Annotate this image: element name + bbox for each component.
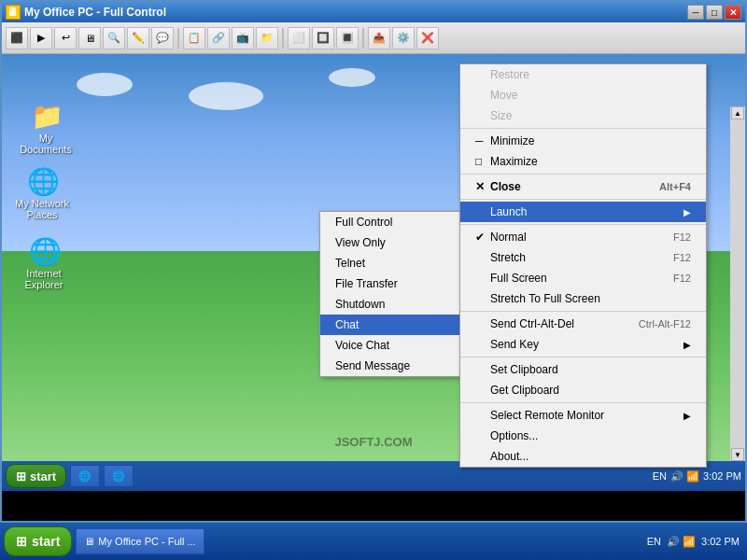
maximize-button[interactable]: □ [706, 5, 723, 20]
toolbar-btn-2[interactable]: ▶ [30, 27, 52, 49]
toolbar: ⬛ ▶ ↩ 🖥 🔍 ✏️ 💬 📋 🔗 📺 📁 ⬜ 🔲 🔳 📤 ⚙️ ❌ [2, 22, 745, 54]
os-tray-time: 3:02 PM [701, 536, 740, 547]
taskbar-ie-icon[interactable]: 🌐 [70, 465, 100, 487]
menu-item-shutdown[interactable]: Shutdown [320, 294, 463, 315]
os-taskitem-label: My Office PC - Full ... [98, 536, 195, 547]
menu-item-send-cad[interactable]: Send Ctrl-Alt-Del Ctrl-Alt-F12 [460, 314, 706, 334]
menu-item-voicechat[interactable]: Voice Chat [320, 335, 463, 356]
menu-item-stretch-fullscreen[interactable]: Stretch To Full Screen [460, 288, 706, 309]
toolbar-sep-1 [177, 28, 179, 49]
menu-item-launch[interactable]: Launch ▶ [460, 202, 706, 222]
cloud-1 [77, 73, 133, 96]
minimize-button[interactable]: ─ [687, 5, 704, 20]
menu-sep-5 [460, 311, 706, 312]
taskbar-ie2-icon[interactable]: 🌐 [104, 465, 134, 487]
network-icon: 🌐 [27, 166, 57, 196]
os-taskbar-middle: 🖥 My Office PC - Full ... [76, 528, 639, 554]
toolbar-btn-14[interactable]: 🔳 [336, 27, 359, 49]
menu-item-selectmonitor[interactable]: Select Remote Monitor ▶ [460, 405, 706, 426]
toolbar-btn-15[interactable]: 📤 [368, 27, 390, 49]
os-taskbar: ⊞ start 🖥 My Office PC - Full ... EN 🔊 📶… [0, 523, 747, 560]
menu-item-filetransfer[interactable]: File Transfer [320, 273, 463, 294]
menu-item-close[interactable]: ✕ Close Alt+F4 [460, 176, 706, 197]
menu-sep-4 [460, 224, 706, 225]
os-tray-icons: 🔊 📶 [667, 536, 696, 548]
toolbar-btn-10[interactable]: 📺 [232, 27, 254, 49]
taskbar-middle: 🌐 🌐 [70, 465, 649, 487]
toolbar-btn-12[interactable]: ⬜ [288, 27, 310, 49]
os-taskitem-icon: 🖥 [84, 536, 94, 547]
desktop-icon-mydocs[interactable]: 📁 My Documents [13, 101, 78, 155]
mydocs-label: My Documents [13, 133, 78, 155]
menu-sep-7 [460, 402, 706, 403]
menu-item-move[interactable]: Move [460, 85, 706, 105]
context-menu-connection: Full Control View Only Telnet File Trans… [319, 211, 464, 377]
toolbar-btn-3[interactable]: ↩ [54, 27, 77, 49]
menu-item-stretch[interactable]: Stretch F12 [460, 247, 706, 268]
menu-item-options[interactable]: Options... [460, 426, 706, 446]
menu-item-minimize[interactable]: ─ Minimize [460, 131, 706, 151]
toolbar-btn-7[interactable]: 💬 [151, 27, 174, 49]
menu-item-normal[interactable]: ✔ Normal F12 [460, 227, 706, 247]
toolbar-btn-13[interactable]: 🔲 [312, 27, 334, 49]
desktop: 📁 My Documents 🌐 My Network Places 🌐 Int… [2, 54, 745, 491]
menu-item-restore[interactable]: Restore [460, 64, 706, 85]
menu-sep-3 [460, 199, 706, 200]
watermark: JSOFTJ.COM [334, 435, 412, 449]
menu-sep-1 [460, 128, 706, 129]
toolbar-btn-11[interactable]: 📁 [256, 27, 278, 49]
menu-sep-2 [460, 174, 706, 175]
tray-icons: 🔊 📶 [670, 470, 699, 483]
network-label: My Network Places [9, 198, 75, 220]
menu-item-setclipboard[interactable]: Set Clipboard [460, 359, 706, 380]
toolbar-btn-6[interactable]: ✏️ [127, 27, 149, 49]
toolbar-btn-1[interactable]: ⬛ [6, 27, 28, 49]
menu-sep-6 [460, 357, 706, 357]
menu-item-getclipboard[interactable]: Get Clipboard [460, 380, 706, 400]
tray-lang: EN [653, 470, 667, 482]
desktop-icon-network[interactable]: 🌐 My Network Places [9, 166, 75, 220]
ie-label: Internet Explorer [11, 268, 77, 290]
menu-item-size[interactable]: Size [460, 105, 706, 126]
taskbar-tray: EN 🔊 📶 3:02 PM [653, 470, 741, 483]
title-buttons: ─ □ ✕ [687, 5, 741, 20]
menu-item-sendkey[interactable]: Send Key ▶ [460, 334, 706, 355]
title-text: My Office PC - Full Control [24, 6, 687, 19]
toolbar-btn-17[interactable]: ❌ [416, 27, 439, 49]
menu-item-sendmessage[interactable]: Send Message [320, 356, 463, 376]
toolbar-sep-3 [362, 28, 364, 49]
context-menu-window: Restore Move Size ─ Minimize □ Maximize … [459, 63, 707, 468]
menu-item-fullcontrol[interactable]: Full Control [320, 212, 463, 232]
toolbar-btn-16[interactable]: ⚙️ [392, 27, 415, 49]
os-start-button[interactable]: ⊞ start [4, 526, 72, 556]
scroll-down-btn[interactable]: ▼ [731, 448, 744, 461]
start-button[interactable]: ⊞ start [6, 464, 66, 488]
toolbar-btn-8[interactable]: 📋 [183, 27, 205, 49]
toolbar-btn-9[interactable]: 🔗 [207, 27, 230, 49]
toolbar-btn-4[interactable]: 🖥 [78, 27, 101, 49]
desktop-icon-ie[interactable]: 🌐 Internet Explorer [11, 236, 77, 290]
os-taskbar-item-main[interactable]: 🖥 My Office PC - Full ... [76, 528, 204, 554]
menu-item-fullscreen[interactable]: Full Screen F12 [460, 268, 706, 288]
app-icon: 🖥 [6, 5, 21, 20]
menu-item-viewonly[interactable]: View Only [320, 232, 463, 253]
close-button[interactable]: ✕ [725, 5, 741, 20]
toolbar-sep-2 [282, 28, 284, 49]
title-bar: 🖥 My Office PC - Full Control ─ □ ✕ [2, 2, 745, 22]
menu-item-about[interactable]: About... [460, 446, 706, 467]
menu-item-maximize[interactable]: □ Maximize [460, 151, 706, 172]
cloud-3 [329, 68, 375, 87]
start-windows-icon: ⊞ [16, 469, 26, 483]
os-windows-icon: ⊞ [16, 534, 27, 549]
tray-time: 3:02 PM [703, 470, 741, 482]
os-tray-lang: EN [647, 536, 661, 547]
menu-item-chat[interactable]: Chat [320, 315, 463, 335]
toolbar-btn-5[interactable]: 🔍 [103, 27, 125, 49]
os-taskbar-tray: EN 🔊 📶 3:02 PM [643, 536, 743, 548]
scroll-up-btn[interactable]: ▲ [731, 106, 744, 119]
cloud-2 [189, 82, 263, 110]
ie-icon: 🌐 [29, 236, 59, 266]
scrollbar-right[interactable]: ▲ ▼ [730, 106, 745, 461]
menu-item-telnet[interactable]: Telnet [320, 253, 463, 273]
mydocs-icon: 📁 [31, 101, 61, 131]
